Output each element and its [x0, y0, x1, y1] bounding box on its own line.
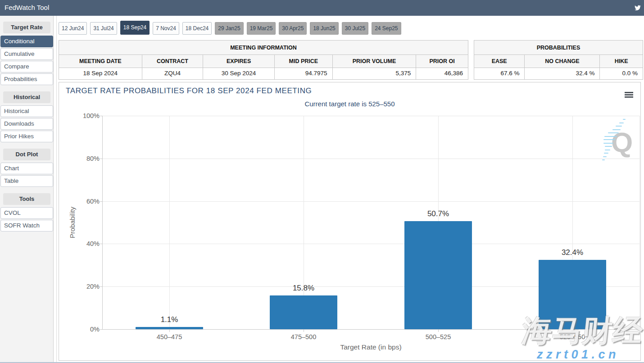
meeting-title: MEETING INFORMATION — [59, 41, 468, 55]
y-axis-title: Probability — [69, 177, 76, 268]
sidebar-item-cvol[interactable]: CVOL — [0, 207, 53, 219]
y-tick-label: 40% — [73, 240, 100, 247]
x-tick-mark — [304, 330, 304, 332]
tab-29-jan25[interactable]: 29 Jan25 — [215, 22, 243, 35]
meeting-value-expires: 30 Sep 2024 — [203, 68, 275, 79]
x-tick-mark — [169, 330, 170, 332]
logo-swoosh-dash — [619, 123, 624, 123]
y-tick-label: 0% — [73, 326, 100, 333]
probabilities-value-hike: 0.0 % — [600, 68, 643, 79]
sidebar-item-cumulative[interactable]: Cumulative — [0, 48, 53, 60]
meeting-col-prior-volume: PRIOR VOLUME — [333, 55, 417, 68]
watermark-site-url: zzrt01.cn — [537, 348, 619, 362]
tab-19-mar25[interactable]: 19 Mar25 — [247, 22, 276, 35]
y-gridline — [102, 244, 639, 244]
sidebar-section: Dot PlotChartTable — [0, 149, 54, 187]
x-category-label: 450–475 — [138, 333, 201, 340]
logo-swoosh-dash — [605, 150, 610, 150]
y-tick-label: 80% — [73, 155, 100, 162]
bar-value-label: 32.4% — [541, 248, 604, 257]
logo-swoosh-dash — [623, 119, 626, 120]
tab-18-dec24[interactable]: 18 Dec24 — [182, 22, 212, 35]
x-axis-title: Target Rate (in bps) — [304, 343, 439, 351]
y-tick-label: 100% — [73, 112, 100, 119]
logo-swoosh-dash — [616, 126, 622, 127]
sidebar-divider — [56, 16, 57, 363]
tab-31-jul24[interactable]: 31 Jul24 — [90, 22, 117, 35]
tab-18-sep24[interactable]: 18 Sep24 — [120, 21, 150, 35]
meeting-value-prior-oi: 46,386 — [416, 68, 468, 79]
y-tick-label: 60% — [73, 198, 100, 205]
tab-7-nov24[interactable]: 7 Nov24 — [153, 22, 179, 35]
meeting-tabs: 12 Jun2431 Jul2418 Sep247 Nov2418 Dec242… — [59, 21, 401, 35]
logo-swoosh-dash — [604, 153, 608, 154]
app-title: FedWatch Tool — [5, 4, 49, 11]
sidebar-item-chart[interactable]: Chart — [0, 163, 53, 174]
sidebar-item-historical[interactable]: Historical — [0, 105, 53, 117]
meeting-information-table: MEETING INFORMATIONMEETING DATECONTRACTE… — [59, 40, 468, 80]
logo-swoosh-dash — [604, 136, 617, 137]
sidebar-section: HistoricalHistoricalDownloadsPrior Hikes — [0, 91, 54, 142]
watermark-site-name: 海马财经 — [521, 314, 644, 347]
meeting-value-contract: ZQU4 — [142, 68, 204, 79]
top-header-bar: FedWatch Tool — [0, 0, 644, 16]
logo-swoosh-dash — [603, 143, 613, 144]
meeting-col-prior-oi: PRIOR OI — [416, 55, 468, 68]
x-gridline-right-edge — [639, 116, 640, 329]
sidebar-item-table[interactable]: Table — [0, 175, 53, 187]
tab-30-jul25[interactable]: 30 Jul25 — [342, 22, 368, 35]
probabilities-table: PROBABILITIESEASENO CHANGEHIKE67.6 %32.4… — [474, 40, 643, 80]
sidebar-item-downloads[interactable]: Downloads — [0, 118, 53, 130]
meeting-col-meeting-date: MEETING DATE — [59, 55, 142, 68]
probabilities-col-ease: EASE — [474, 55, 525, 68]
logo-swoosh-dash — [605, 146, 612, 147]
probabilities-header-row: EASENO CHANGEHIKE — [474, 55, 643, 68]
tab-24-sep25[interactable]: 24 Sep25 — [372, 22, 401, 35]
sidebar-item-prior-hikes[interactable]: Prior Hikes — [0, 131, 53, 142]
bar-475-500[interactable] — [270, 295, 337, 329]
sidebar-section-header: Target Rate — [3, 22, 50, 33]
bar-500-525[interactable] — [404, 221, 472, 329]
bar-value-label: 15.8% — [272, 284, 335, 293]
sidebar-section: ToolsCVOLSOFR Watch — [0, 193, 54, 231]
meeting-col-expires: EXPIRES — [203, 55, 275, 68]
meeting-value-meeting-date: 18 Sep 2024 — [59, 68, 142, 79]
probabilities-col-hike: HIKE — [600, 55, 643, 68]
sidebar-section-header: Historical — [3, 91, 50, 103]
meeting-header-row: MEETING DATECONTRACTEXPIRESMID PRICEPRIO… — [59, 55, 468, 68]
probabilities-value-no-change: 32.4 % — [525, 68, 600, 79]
sidebar-section-header: Tools — [3, 193, 50, 205]
meeting-col-contract: CONTRACT — [142, 55, 204, 68]
x-category-label: 500–525 — [407, 333, 470, 340]
sidebar-section-header: Dot Plot — [3, 149, 50, 160]
twitter-icon[interactable] — [634, 5, 642, 11]
x-gridline — [169, 116, 170, 329]
logo-swoosh-dash — [608, 132, 619, 133]
meeting-value-row: 18 Sep 2024ZQU430 Sep 202494.79755,37546… — [59, 68, 468, 79]
chart-menu-icon[interactable] — [625, 92, 633, 99]
sidebar-item-sofr-watch[interactable]: SOFR Watch — [0, 220, 53, 231]
sidebar-item-compare[interactable]: Compare — [0, 61, 53, 73]
probabilities-value-row: 67.6 %32.4 %0.0 % — [474, 68, 643, 79]
probabilities-title: PROBABILITIES — [474, 41, 643, 55]
logo-swoosh-dash — [602, 159, 605, 160]
tab-18-jun25[interactable]: 18 Jun25 — [310, 22, 338, 35]
tab-12-jun24[interactable]: 12 Jun24 — [59, 22, 87, 35]
logo-swoosh-dash — [603, 139, 615, 140]
x-category-label: 475–500 — [272, 333, 335, 340]
sidebar-section: Target RateConditionalCumulativeCompareP… — [0, 22, 54, 85]
sidebar-item-probabilities[interactable]: Probabilities — [0, 73, 53, 85]
y-axis-line — [102, 116, 103, 329]
tab-30-apr25[interactable]: 30 Apr25 — [279, 22, 307, 35]
sidebar: Target RateConditionalCumulativeCompareP… — [0, 16, 54, 363]
chart-subtitle: Current target rate is 525–550 — [59, 100, 640, 108]
bar-value-label: 50.7% — [407, 209, 470, 218]
meeting-col-mid-price: MID PRICE — [275, 55, 333, 68]
y-gridline — [102, 201, 639, 202]
chart-title: TARGET RATE PROBABILITIES FOR 18 SEP 202… — [66, 86, 312, 95]
meeting-value-mid-price: 94.7975 — [275, 68, 333, 79]
probabilities-col-no-change: NO CHANGE — [525, 55, 600, 68]
sidebar-item-conditional[interactable]: Conditional — [0, 36, 53, 47]
bar-value-label: 1.1% — [138, 315, 201, 324]
y-gridline — [102, 159, 639, 159]
